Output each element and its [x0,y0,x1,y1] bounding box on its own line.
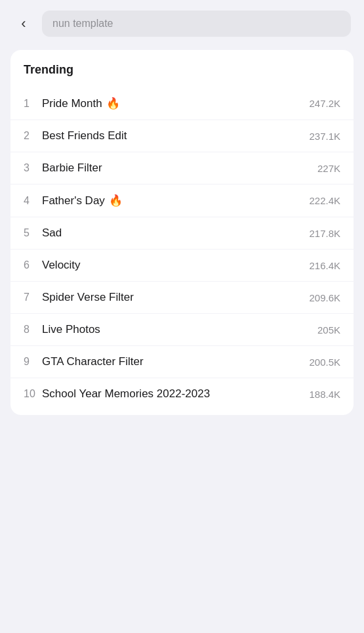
item-count: 200.5K [309,357,340,368]
item-count: 237.1K [309,131,340,142]
trending-item[interactable]: 7Spider Verse Filter209.6K [10,281,354,313]
item-name: Spider Verse Filter [42,291,309,304]
item-name: Best Friends Edit [42,129,309,142]
trending-item[interactable]: 3Barbie Filter227K [10,152,354,184]
item-count: 209.6K [309,292,340,303]
trending-item[interactable]: 6Velocity216.4K [10,249,354,281]
item-name: Father's Day🔥 [42,194,309,207]
item-count: 205K [317,324,340,336]
item-name: Pride Month🔥 [42,97,309,110]
trending-item[interactable]: 8Live Photos205K [10,313,354,345]
rank-number: 7 [24,292,42,303]
rank-number: 4 [24,195,42,207]
item-name: School Year Memories 2022-2023 [42,387,309,401]
trending-item[interactable]: 9GTA Character Filter200.5K [10,345,354,378]
item-count: 216.4K [309,260,340,271]
rank-number: 5 [24,227,42,239]
fire-icon: 🔥 [106,97,120,110]
item-name: Barbie Filter [42,162,317,175]
rank-number: 1 [24,98,42,110]
rank-number: 8 [24,324,42,336]
item-name: GTA Character Filter [42,355,309,368]
fire-icon: 🔥 [109,194,123,207]
item-count: 217.8K [309,228,340,239]
header: ‹ nun template [0,0,364,45]
trending-list: 1Pride Month🔥247.2K2Best Friends Edit237… [10,87,354,410]
rank-number: 10 [24,388,42,400]
trending-card: Trending 1Pride Month🔥247.2K2Best Friend… [10,50,354,415]
back-icon: ‹ [21,15,26,32]
rank-number: 2 [24,130,42,142]
rank-number: 9 [24,356,42,368]
back-button[interactable]: ‹ [13,13,34,34]
rank-number: 6 [24,259,42,271]
item-count: 222.4K [309,195,340,206]
search-bar[interactable]: nun template [42,11,351,37]
item-count: 188.4K [309,389,340,400]
trending-item[interactable]: 10School Year Memories 2022-2023188.4K [10,378,354,410]
rank-number: 3 [24,162,42,174]
trending-item[interactable]: 4Father's Day🔥222.4K [10,184,354,217]
item-count: 247.2K [309,98,340,109]
trending-item[interactable]: 1Pride Month🔥247.2K [10,87,354,120]
trending-item[interactable]: 2Best Friends Edit237.1K [10,120,354,152]
item-name: Velocity [42,259,309,272]
trending-title: Trending [10,63,354,87]
item-count: 227K [317,163,340,174]
trending-item[interactable]: 5Sad217.8K [10,217,354,249]
content: Trending 1Pride Month🔥247.2K2Best Friend… [0,50,364,415]
item-name: Sad [42,227,309,240]
item-name: Live Photos [42,323,317,336]
search-placeholder: nun template [52,18,113,30]
